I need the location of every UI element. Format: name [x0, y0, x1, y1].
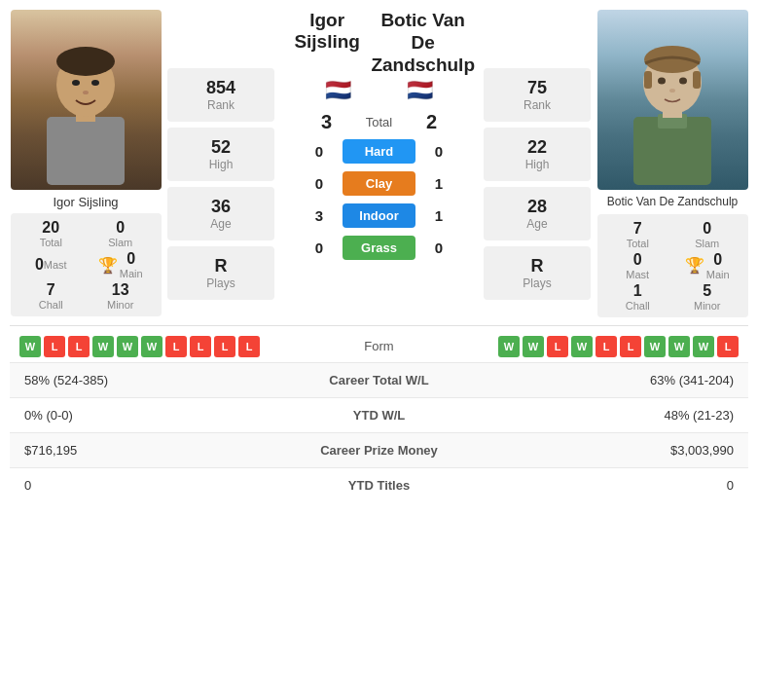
form-badge: W — [498, 336, 520, 357]
stats-cell-left: 0 — [10, 467, 234, 502]
form-badge: L — [238, 336, 260, 357]
left-center-stats: 854 Rank 52 High 36 Age R Plays — [163, 10, 278, 303]
center-section: Igor Sijsling Botic Van De Zandschulp 🇳🇱… — [278, 10, 480, 264]
form-row: WLLWWWLLLL Form WWLWLLWWWL — [10, 336, 748, 357]
right-player-name-top: Botic Van De Zandschulp — [371, 10, 475, 76]
stats-cell-left: 58% (524-385) — [10, 362, 234, 397]
right-rank-box: 75 Rank — [484, 68, 591, 122]
right-center-stats: 75 Rank 22 High 28 Age R Plays — [480, 10, 595, 303]
form-badge: L — [547, 336, 568, 357]
form-badge: W — [141, 336, 162, 357]
player-right-avatar-svg — [614, 15, 731, 185]
player-left-name: Igor Sijsling — [53, 190, 118, 213]
player-left-photo — [11, 10, 162, 190]
left-total-cell: 20 Total — [18, 219, 85, 248]
stats-cell-right: 0 — [524, 467, 748, 502]
right-high-box: 22 High — [484, 128, 591, 181]
player-right-photo — [597, 10, 748, 190]
court-row-grass: 0Grass0 — [306, 236, 452, 260]
form-badges-left: WLLWWWLLLL — [19, 336, 260, 357]
left-trophy-icon: 🏆 — [98, 256, 118, 275]
court-btn-indoor[interactable]: Indoor — [343, 203, 415, 228]
stats-table: 58% (524-385)Career Total W/L63% (341-20… — [10, 362, 748, 502]
form-badge: W — [117, 336, 138, 357]
svg-point-16 — [669, 89, 675, 92]
right-trophy-icon: 🏆 — [685, 256, 704, 275]
left-minor-cell: 13 Minor — [88, 281, 154, 311]
court-rows: 0Hard00Clay13Indoor10Grass0 — [278, 139, 480, 264]
form-badges-right: WWLWLLWWWL — [498, 336, 739, 357]
stats-row: 0% (0-0)YTD W/L48% (21-23) — [10, 397, 748, 432]
left-player-name-top: Igor Sijsling — [283, 10, 371, 76]
svg-rect-13 — [693, 71, 701, 89]
form-badge: L — [620, 336, 641, 357]
form-badge: L — [68, 336, 90, 357]
stats-cell-right: $3,003,990 — [524, 432, 748, 467]
right-minor-cell: 5 Minor — [674, 282, 740, 312]
court-row-hard: 0Hard0 — [306, 139, 452, 164]
right-age-box: 28 Age — [484, 187, 591, 240]
left-rank-box: 854 Rank — [167, 68, 274, 122]
left-slam-cell: 0 Slam — [88, 219, 154, 248]
left-plays-box: R Plays — [167, 246, 274, 300]
court-row-clay: 0Clay1 — [306, 171, 452, 196]
form-badge: L — [190, 336, 211, 357]
svg-point-6 — [83, 91, 89, 94]
player-left-section: Igor Sijsling 20 Total 0 Slam 0 Mast — [8, 10, 163, 316]
court-btn-grass[interactable]: Grass — [343, 236, 415, 260]
svg-point-3 — [56, 47, 115, 76]
form-badge: W — [92, 336, 114, 357]
player-left-avatar-svg — [27, 15, 144, 185]
left-flag: 🇳🇱 — [298, 78, 379, 103]
player-right-section: Botic Van De Zandschulp 7 Total 0 Slam 0… — [595, 10, 750, 317]
player-right-name: Botic Van De Zandschulp — [607, 190, 739, 214]
right-trophy-row: 🏆 0 Main — [674, 251, 740, 280]
court-btn-clay[interactable]: Clay — [343, 171, 415, 196]
stats-cell-left: $716,195 — [10, 432, 234, 467]
stats-cell-center: Career Prize Money — [234, 432, 524, 467]
player-right-stats-box: 7 Total 0 Slam 0 Mast 🏆 0 — [597, 214, 748, 317]
svg-point-14 — [658, 78, 666, 85]
svg-point-4 — [72, 80, 80, 86]
right-plays-box: R Plays — [484, 246, 591, 300]
svg-rect-12 — [644, 71, 652, 89]
stats-row: 58% (524-385)Career Total W/L63% (341-20… — [10, 362, 748, 397]
stats-cell-right: 63% (341-204) — [524, 362, 748, 397]
svg-point-15 — [679, 78, 687, 85]
left-trophy-row: 🏆 0 Main — [88, 250, 154, 279]
court-row-indoor: 3Indoor1 — [306, 203, 452, 228]
stats-cell-center: YTD Titles — [234, 467, 524, 502]
stats-row: 0YTD Titles0 — [10, 467, 748, 502]
main-container: Igor Sijsling 20 Total 0 Slam 0 Mast — [0, 0, 758, 502]
player-left-stats-box: 20 Total 0 Slam 0 Mast 🏆 0 — [11, 213, 162, 316]
total-row: 3 Total 2 — [313, 111, 446, 133]
form-badge: L — [44, 336, 65, 357]
form-badge: W — [523, 336, 544, 357]
left-chall-cell: 7 Chall — [18, 281, 85, 311]
form-badge: W — [693, 336, 714, 357]
form-section: WLLWWWLLLL Form WWLWLLWWWL — [10, 325, 748, 362]
stats-cell-center: YTD W/L — [234, 397, 524, 432]
stats-cell-center: Career Total W/L — [234, 362, 524, 397]
right-slam-cell: 0 Slam — [674, 220, 740, 249]
svg-rect-0 — [47, 117, 125, 185]
form-badge: W — [571, 336, 593, 357]
right-flag: 🇳🇱 — [379, 78, 461, 103]
right-chall-cell: 1 Chall — [605, 282, 671, 312]
form-badge: W — [644, 336, 666, 357]
stats-cell-left: 0% (0-0) — [10, 397, 234, 432]
right-total-cell: 7 Total — [605, 220, 671, 249]
form-badge: W — [19, 336, 41, 357]
form-badge: L — [596, 336, 617, 357]
left-trophy-mast: 0 Mast — [18, 250, 85, 279]
svg-point-5 — [91, 80, 99, 86]
form-badge: W — [668, 336, 690, 357]
stats-cell-right: 48% (21-23) — [524, 397, 748, 432]
form-badge: L — [717, 336, 739, 357]
right-mast-cell: 0 Mast — [605, 251, 671, 280]
court-btn-hard[interactable]: Hard — [343, 139, 415, 164]
stats-row: $716,195Career Prize Money$3,003,990 — [10, 432, 748, 467]
form-badge: L — [165, 336, 187, 357]
form-badge: L — [214, 336, 235, 357]
left-high-box: 52 High — [167, 128, 274, 181]
